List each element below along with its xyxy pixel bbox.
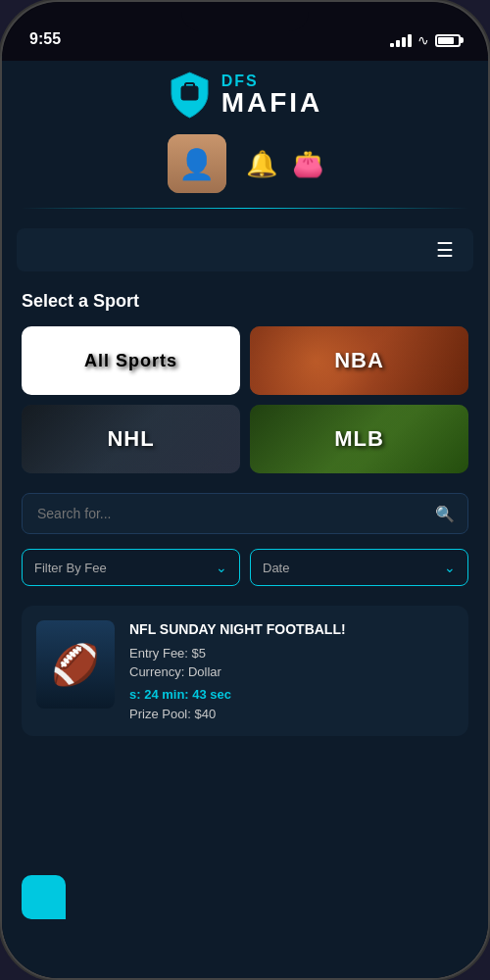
date-filter-chevron: ⌄	[444, 560, 456, 575]
hamburger-icon[interactable]: ☰	[436, 240, 454, 260]
wifi-icon: ∿	[417, 32, 429, 48]
sport-card-all[interactable]: All Sports	[22, 326, 240, 395]
avatar-face: 👤	[168, 134, 226, 193]
notch	[181, 2, 309, 31]
logo-shield	[168, 71, 212, 120]
divider-line	[22, 208, 468, 209]
filter-row: Filter By Fee ⌄ Date ⌄	[22, 549, 468, 586]
contest-timer: s: 24 min: 43 sec	[129, 687, 231, 702]
header-icons: 🔔 👛	[246, 149, 323, 179]
logo-text: DFS MAFIA	[221, 74, 323, 117]
search-input[interactable]	[22, 493, 468, 534]
contest-title: NFL SUNDAY NIGHT FOOTBALL!	[129, 620, 454, 638]
fee-filter[interactable]: Filter By Fee ⌄	[22, 549, 240, 586]
sport-card-nhl[interactable]: NHL	[22, 405, 240, 473]
sport-card-nba[interactable]: NBA	[250, 326, 468, 395]
logo-container: DFS MAFIA	[168, 71, 323, 120]
contest-card[interactable]: 🏈 NFL SUNDAY NIGHT FOOTBALL! Entry Fee: …	[22, 606, 468, 736]
sport-label-nba: NBA	[334, 348, 384, 373]
app-header: DFS MAFIA 👤 🔔 👛	[2, 56, 488, 228]
date-filter[interactable]: Date ⌄	[250, 549, 468, 586]
contest-thumbnail: 🏈	[36, 620, 115, 709]
search-container: 🔍	[22, 493, 468, 534]
battery-icon	[435, 34, 461, 47]
date-filter-label: Date	[263, 561, 289, 575]
user-row: 👤 🔔 👛	[168, 134, 323, 193]
fee-filter-chevron: ⌄	[216, 560, 227, 575]
football-player-icon: 🏈	[51, 642, 100, 688]
avatar[interactable]: 👤	[168, 134, 226, 193]
app-content: DFS MAFIA 👤 🔔 👛 ☰	[2, 56, 488, 978]
status-time: 9:55	[29, 30, 61, 48]
content-area: Select a Sport All Sports NBA	[2, 291, 488, 736]
sports-grid: All Sports NBA NHL MLB	[22, 326, 468, 473]
contest-entry-fee: Entry Fee: $5	[129, 646, 454, 661]
search-icon: 🔍	[435, 505, 455, 523]
notification-icon[interactable]: 🔔	[246, 149, 277, 179]
chat-bubble[interactable]	[22, 875, 66, 919]
contest-info: NFL SUNDAY NIGHT FOOTBALL! Entry Fee: $5…	[129, 620, 454, 721]
sport-label-nhl: NHL	[107, 426, 154, 452]
logo-mafia: MAFIA	[221, 89, 323, 117]
signal-icon	[390, 34, 412, 47]
phone-screen: DFS MAFIA 👤 🔔 👛 ☰	[2, 56, 488, 978]
sport-label-mlb: MLB	[334, 426, 384, 452]
section-title: Select a Sport	[22, 291, 468, 312]
phone-frame: 9:55 ∿	[0, 0, 490, 980]
sport-card-mlb[interactable]: MLB	[250, 405, 468, 473]
contest-prize-pool: Prize Pool: $40	[129, 707, 454, 721]
sport-label-all: All Sports	[84, 351, 177, 371]
nav-bar: ☰	[17, 228, 473, 271]
fee-filter-label: Filter By Fee	[34, 561, 107, 575]
wallet-icon[interactable]: 👛	[292, 149, 323, 179]
contest-currency: Currency: Dollar	[129, 664, 454, 679]
status-icons: ∿	[390, 32, 461, 48]
